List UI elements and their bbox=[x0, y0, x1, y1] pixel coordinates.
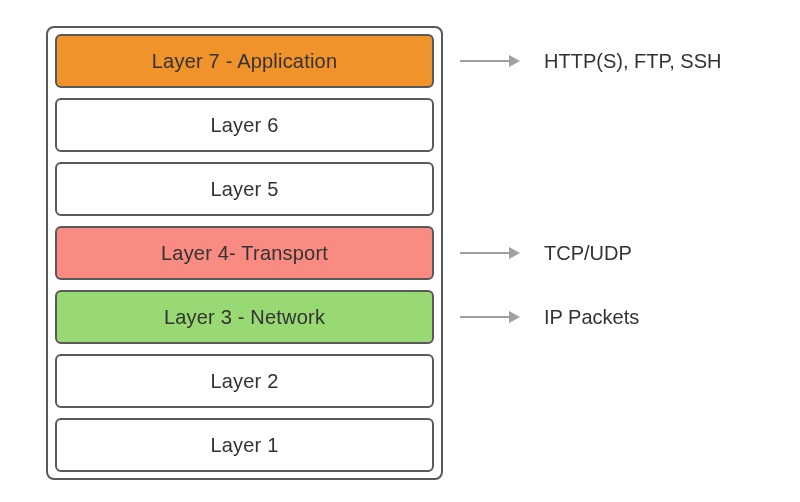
layer-label: Layer 4- Transport bbox=[161, 242, 328, 265]
layer-label: Layer 3 - Network bbox=[164, 306, 325, 329]
layer-6: Layer 6 bbox=[55, 98, 434, 152]
annotation-layer-3: IP Packets bbox=[460, 290, 790, 344]
osi-diagram: Layer 7 - Application Layer 6 Layer 5 La… bbox=[0, 0, 800, 502]
annotation-layer-7: HTTP(S), FTP, SSH bbox=[460, 34, 790, 88]
layer-label: Layer 1 bbox=[210, 434, 278, 457]
layer-7-application: Layer 7 - Application bbox=[55, 34, 434, 88]
arrow-right-icon bbox=[460, 252, 518, 254]
arrow-right-icon bbox=[460, 60, 518, 62]
layer-2: Layer 2 bbox=[55, 354, 434, 408]
layer-5: Layer 5 bbox=[55, 162, 434, 216]
layer-3-network: Layer 3 - Network bbox=[55, 290, 434, 344]
protocol-examples: TCP/UDP bbox=[544, 242, 632, 265]
arrow-right-icon bbox=[460, 316, 518, 318]
layer-label: Layer 2 bbox=[210, 370, 278, 393]
protocol-examples: IP Packets bbox=[544, 306, 639, 329]
layer-1: Layer 1 bbox=[55, 418, 434, 472]
protocol-examples: HTTP(S), FTP, SSH bbox=[544, 50, 721, 73]
layers-container: Layer 7 - Application Layer 6 Layer 5 La… bbox=[46, 26, 443, 480]
layer-4-transport: Layer 4- Transport bbox=[55, 226, 434, 280]
layer-label: Layer 6 bbox=[210, 114, 278, 137]
layer-label: Layer 5 bbox=[210, 178, 278, 201]
annotation-layer-4: TCP/UDP bbox=[460, 226, 790, 280]
layer-label: Layer 7 - Application bbox=[152, 50, 337, 73]
